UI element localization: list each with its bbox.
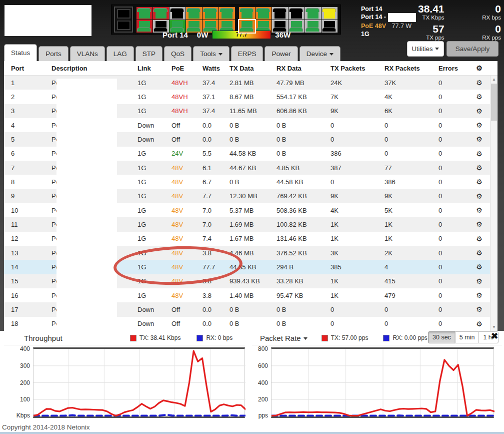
- port-led-22[interactable]: [305, 20, 321, 33]
- port-led-1[interactable]: [136, 7, 152, 20]
- port-led-17[interactable]: [272, 7, 288, 20]
- port-led-19[interactable]: [288, 7, 304, 20]
- cell-tx-data: 939.43 KB: [226, 277, 272, 285]
- rj45-connector-icon: [272, 8, 288, 19]
- cell-tx-data: 1.67 MB: [226, 235, 272, 242]
- tab-erps[interactable]: ERPS: [231, 46, 264, 61]
- port-led-13[interactable]: [239, 7, 255, 20]
- rj45-connector-icon: [186, 8, 202, 19]
- packet-rate-chart: Packet Rate TX: 57.00 pps RX: 0.00 pps 3…: [252, 331, 502, 418]
- scrollbar-down-arrow-icon[interactable]: ▼: [490, 325, 498, 329]
- rj45-connector-icon: [306, 8, 321, 19]
- port-led-23[interactable]: [322, 7, 338, 20]
- cell-tx-packets: 1K: [326, 277, 380, 285]
- port-led-15[interactable]: [256, 7, 272, 20]
- tab-label: LAG: [114, 50, 127, 58]
- gear-icon[interactable]: ⚙: [472, 192, 486, 200]
- port-led-21[interactable]: [305, 7, 321, 20]
- column-header-port: Port: [4, 65, 48, 72]
- port-led-24[interactable]: [322, 20, 338, 33]
- gear-icon[interactable]: ⚙: [472, 249, 486, 257]
- tab-label: QoS: [171, 50, 184, 58]
- scrollbar-up-arrow-icon[interactable]: ▲: [490, 77, 498, 82]
- rj45-connector-icon: [289, 21, 304, 32]
- port-led-5[interactable]: [170, 7, 186, 20]
- y-tick-label: 300: [20, 362, 30, 369]
- gear-icon[interactable]: ⚙: [472, 79, 486, 87]
- cell-link: 1G: [134, 192, 168, 200]
- port-led-11[interactable]: [219, 7, 235, 20]
- cell-watts: 6.7: [198, 178, 226, 186]
- gear-icon[interactable]: ⚙: [472, 263, 486, 271]
- gear-icon[interactable]: ⚙: [472, 135, 486, 143]
- port-led-20[interactable]: [288, 20, 304, 33]
- gear-icon[interactable]: ⚙: [472, 107, 486, 115]
- tab-power[interactable]: Power: [264, 46, 298, 61]
- traffic-stats: 38.41TX Kbps57TX pps0RX bps0RX pps: [418, 3, 501, 43]
- cell-poe: 48VH: [168, 107, 198, 115]
- charts-section: Throughput TX: 38.41 Kbps RX: 0 bps 4003…: [0, 331, 504, 423]
- cell-poe: 48V: [168, 292, 198, 299]
- gear-icon[interactable]: ⚙: [472, 235, 486, 243]
- tab-lag[interactable]: LAG: [106, 46, 134, 61]
- range-button-5-min[interactable]: 5 min: [455, 331, 480, 343]
- tab-device[interactable]: Device: [300, 46, 340, 61]
- port-led-2[interactable]: [136, 20, 152, 33]
- scrollbar-thumb[interactable]: [491, 84, 497, 121]
- column-header-poe: PoE: [168, 65, 198, 72]
- tab-ports[interactable]: Ports: [38, 46, 68, 61]
- tx-legend-swatch: [322, 335, 328, 341]
- port-led-3[interactable]: [153, 7, 169, 20]
- cell-poe: 48V: [168, 178, 198, 186]
- tab-vlans[interactable]: VLANs: [70, 46, 105, 61]
- port-led-14[interactable]: [239, 20, 255, 33]
- gear-icon[interactable]: ⚙: [472, 64, 486, 72]
- save-apply-button[interactable]: Save/Apply: [446, 41, 498, 57]
- packet-rate-rx-legend: RX: 0.00 pps: [383, 334, 427, 341]
- gear-icon[interactable]: ⚙: [472, 291, 486, 299]
- gear-icon[interactable]: ⚙: [472, 121, 486, 129]
- cell-tx-packets: 0: [326, 136, 380, 143]
- cell-watts: 6.1: [198, 164, 226, 172]
- cell-poe: 48VH: [168, 93, 198, 101]
- cell-port: 8: [4, 178, 48, 186]
- cell-port: 4: [4, 122, 48, 129]
- y-tick-label: 100: [20, 396, 30, 403]
- rj45-connector-icon: [203, 21, 218, 32]
- gear-icon[interactable]: ⚙: [472, 178, 486, 186]
- tab-label: ERPS: [238, 50, 256, 58]
- port-led-9[interactable]: [202, 7, 218, 20]
- sfp-port: [117, 9, 130, 19]
- gear-icon[interactable]: ⚙: [472, 305, 486, 313]
- utilities-button[interactable]: Utilities: [407, 41, 444, 57]
- gear-icon[interactable]: ⚙: [472, 220, 486, 228]
- gear-icon[interactable]: ⚙: [472, 150, 486, 158]
- gear-icon[interactable]: ⚙: [472, 93, 486, 101]
- selected-port-poe: PoE 48V: [361, 23, 386, 30]
- gear-icon[interactable]: ⚙: [472, 206, 486, 214]
- cell-rx-data: 0 B: [272, 306, 326, 313]
- gear-icon[interactable]: ⚙: [472, 320, 486, 328]
- tab-tools[interactable]: Tools: [193, 46, 230, 61]
- rx-legend-label: RX: 0.00 pps: [392, 334, 427, 341]
- gear-icon[interactable]: ⚙: [472, 277, 486, 285]
- gear-icon[interactable]: ⚙: [472, 164, 486, 172]
- description-column-redaction-box: [56, 79, 117, 327]
- rj45-connector-icon: [240, 21, 255, 32]
- y-axis-unit-label: pps: [258, 412, 268, 419]
- poe-meter-row: Port 14 0W 77.7 36W: [162, 31, 290, 39]
- tab-stp[interactable]: STP: [136, 46, 162, 61]
- range-button-30-sec[interactable]: 30 sec: [428, 331, 456, 343]
- packet-rate-chart-title[interactable]: Packet Rate: [260, 334, 308, 342]
- packet-rate-y-axis: 800600400200pps: [252, 347, 271, 418]
- throughput-chart-title: Throughput: [24, 334, 62, 342]
- tab-qos[interactable]: QoS: [164, 46, 192, 61]
- rj45-connector-icon: [240, 8, 255, 19]
- table-scrollbar[interactable]: ▲ ▼: [490, 76, 498, 331]
- close-charts-icon[interactable]: ✖: [491, 331, 498, 341]
- tab-status[interactable]: Status: [4, 44, 37, 61]
- cell-errors: 0: [434, 207, 472, 214]
- port-led-7[interactable]: [186, 7, 202, 20]
- header-dark-background: Port 14 0W 77.7 36W Port 14 Port 14 - Po…: [0, 0, 504, 331]
- selected-port-link-speed: 1G: [361, 30, 416, 38]
